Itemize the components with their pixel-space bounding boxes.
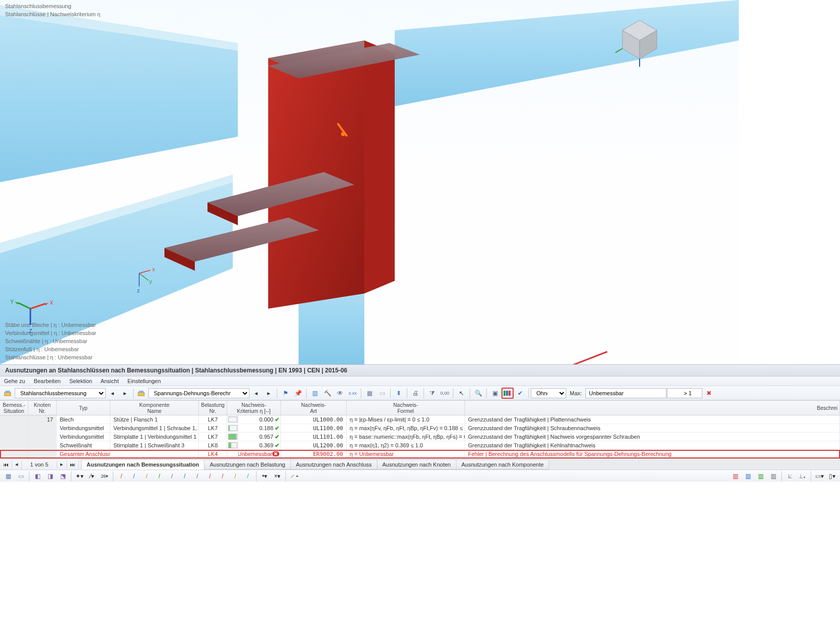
bt-tool1-icon[interactable]: ◧ [31,471,44,482]
calculation-type-combo[interactable]: Spannungs-Dehnungs-Berechnung [148,388,249,398]
nav-forward-icon[interactable]: ▸ [57,460,67,469]
tool-columns-icon[interactable]: ▥ [309,388,321,399]
table-row[interactable]: Gesamter AnschlussLK4Unbemessbar ✖ER9002… [0,450,840,458]
tab-4[interactable]: Ausnutzungen nach Komponente [456,459,550,470]
table-row[interactable]: VerbindungsmittelVerbindungsmittel 1 | S… [0,424,840,433]
tab-1[interactable]: Ausnutzungen nach Belastung [204,459,290,470]
threshold-field[interactable] [667,388,702,398]
nav-next2-icon[interactable]: ▸ [263,388,275,399]
bt-c4-icon[interactable]: / [153,471,165,482]
tab-2[interactable]: Ausnutzungen nach Anschluss [290,459,377,470]
svg-line-30 [486,352,607,364]
bt-frame2-icon[interactable]: ▯▾ [826,471,838,482]
menu-edit[interactable]: Bearbeiten [34,378,61,384]
menu-selection[interactable]: Selektion [69,378,92,384]
bt-dot2-icon[interactable]: ×▾ [271,471,283,482]
tool-decimal-icon[interactable]: x.xx [347,388,359,399]
bt-layers-icon[interactable]: ▦ [2,471,14,482]
tab-3[interactable]: Ausnutzungen nach Knoten [377,459,456,470]
results-panel-title: Ausnutzungen an Stahlanschlüssen nach Be… [0,364,840,376]
bt-tool2-icon[interactable]: ◨ [44,471,56,482]
menu-settings[interactable]: Einstellungen [128,378,161,384]
th-knoten[interactable]: Knoten Nr. [28,401,57,415]
max-value-field[interactable] [585,388,666,398]
nav-prev-icon[interactable]: ◂ [106,388,118,399]
tool-window-icon[interactable]: ▭ [376,388,388,399]
bt-c5-icon[interactable]: / [166,471,178,482]
svg-rect-43 [509,391,511,396]
tool-cursor-icon[interactable]: ↖ [455,388,468,399]
tool-filter-icon[interactable]: ⧩ [426,388,438,399]
nav-back-icon[interactable]: ◂ [12,460,22,469]
tool-sort-icon[interactable]: ⬍ [393,388,405,399]
menu-bar: Gehe zu Bearbeiten Selektion Ansicht Ein… [0,376,840,386]
bt-c7-icon[interactable]: / [191,471,203,482]
tool-colored-highlighted-icon[interactable] [501,388,514,399]
table-row[interactable]: SchweißnahtStirnplatte 1 | Schweißnaht 3… [0,441,840,450]
filter-none-combo[interactable]: Ohne [531,388,566,398]
th-situation[interactable]: Bemess.- Situation [0,401,28,415]
bt-c6-icon[interactable]: / [179,471,191,482]
bt-frame-icon[interactable]: ▭▾ [813,471,825,482]
bt-tool3-icon[interactable]: ⬔ [57,471,69,482]
bt-r2-icon[interactable]: ▥ [742,471,754,482]
tool-icon-2[interactable] [136,388,148,399]
bt-c8-icon[interactable]: / [204,471,216,482]
nav-first-icon[interactable]: ⏮ [0,460,12,469]
bt-line-icon[interactable]: ∕▾ [86,471,98,482]
error-icon[interactable]: ✖ [703,388,715,399]
tool-icon-1[interactable] [2,388,14,399]
tool-select-icon[interactable]: ▣ [489,388,501,399]
bt-r1-icon[interactable]: ▥ [729,471,741,482]
max-label: Max: [567,390,585,396]
bt-window-icon[interactable]: ▭ [15,471,27,482]
viewport-title-1: Stahlanschlussbemessung [5,3,71,9]
bt-c11-icon[interactable]: / [242,471,254,482]
tool-print-icon[interactable]: 🖨 [409,388,422,399]
bt-slash-icon[interactable]: ⟋▾ [288,471,300,482]
nav-prev2-icon[interactable]: ◂ [250,388,262,399]
th-formel[interactable]: Nachweis- Formel [347,401,465,415]
nav-next-icon[interactable]: ▸ [119,388,131,399]
record-nav: ⏮ ◂ 1 von 5 ▸ ⏭ Ausnutzungen nach Bemess… [0,458,840,470]
tool-eye-icon[interactable]: 👁 [334,388,346,399]
design-type-combo[interactable]: Stahlanschlussbemessung [15,388,106,398]
bt-c2-icon[interactable]: / [128,471,140,482]
tool-search-icon[interactable]: 🔍 [472,388,484,399]
bt-axis-icon[interactable]: ⟀ [784,471,796,482]
bt-node-icon[interactable]: ✦▾ [73,471,86,482]
th-belastung[interactable]: Belastung Nr. [199,401,227,415]
tool-hammer-icon[interactable]: 🔨 [321,388,333,399]
th-kriterium[interactable]: Nachweis- Kriterium η [--] [227,401,281,415]
th-typ[interactable]: Typ [57,401,110,415]
menu-view[interactable]: Ansicht [101,378,119,384]
nav-last-icon[interactable]: ⏭ [67,460,79,469]
model-render: x y z X Y Z [0,0,739,364]
bt-axis2-icon[interactable]: ⟂▾ [796,471,809,482]
bt-c1-icon[interactable]: / [115,471,128,482]
bt-r3-icon[interactable]: ▥ [754,471,767,482]
bt-num-icon[interactable]: 26▾ [99,471,111,482]
bt-c10-icon[interactable]: / [229,471,241,482]
menu-goto[interactable]: Gehe zu [4,378,25,384]
flag-pin-icon[interactable]: 📌 [292,388,304,399]
bt-dot1-icon[interactable]: •▾ [259,471,271,482]
th-komponente[interactable]: Komponente Name [110,401,199,415]
tool-decimal2-icon[interactable]: 0,00 [439,388,451,399]
tool-table-icon[interactable]: ▦ [363,388,375,399]
th-beschreibung[interactable]: Beschrei [465,401,840,415]
table-body: 17BlechStütze | Flansch 1LK70.000✔UL1000… [0,415,840,458]
flag-blue-icon[interactable]: ⚑ [279,388,291,399]
table-row[interactable]: 17BlechStütze | Flansch 1LK70.000✔UL1000… [0,415,840,424]
svg-text:Y: Y [10,299,14,305]
th-art[interactable]: Nachweis- Art [281,401,347,415]
tool-blue-check-icon[interactable]: ✔ [514,388,526,399]
tab-0[interactable]: Ausnutzungen nach Bemessungssituation [81,459,204,470]
bt-c9-icon[interactable]: / [217,471,229,482]
legend-3: Schweißnähte | η : Unbemessbar [5,338,87,344]
table-row[interactable]: VerbindungsmittelStirnplatte 1 | Verbind… [0,433,840,441]
bt-r4-icon[interactable]: ▥ [767,471,779,482]
bottom-toolbar: ▦ ▭ ◧ ◨ ⬔ ✦▾ ∕▾ 26▾ / / / / / / / / / / … [0,470,840,482]
viewport-3d[interactable]: x y z X Y Z Stahlanschlussbemessung Stah… [0,0,739,364]
bt-c3-icon[interactable]: / [141,471,153,482]
